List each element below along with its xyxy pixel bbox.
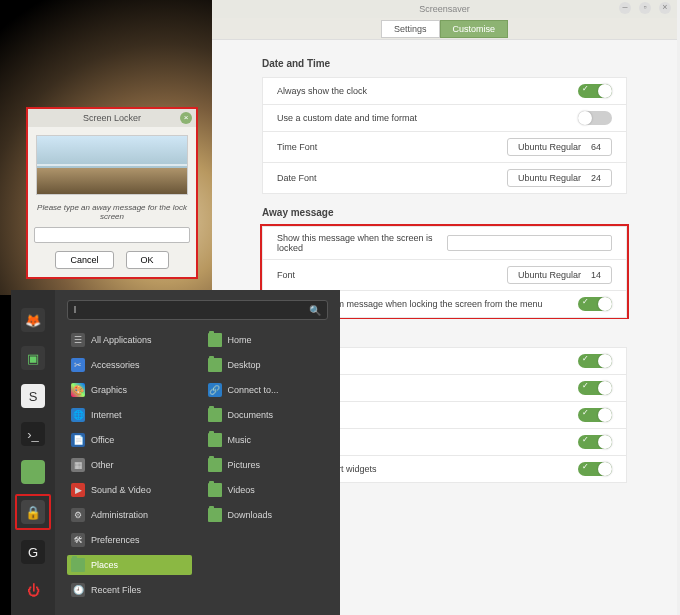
row-custom-format: Use a custom date and time format xyxy=(262,104,627,132)
maximize-button[interactable]: ▫ xyxy=(639,2,651,14)
tab-bar: Settings Customise xyxy=(212,18,677,40)
folder-icon xyxy=(208,358,222,372)
folder-icon xyxy=(208,333,222,347)
category-accessories[interactable]: ✂Accessories xyxy=(67,355,192,375)
launcher-console-icon[interactable]: ›_ xyxy=(21,422,45,446)
row-time-font: Time Font Ubuntu Regular 64 xyxy=(262,131,627,163)
locker-titlebar: Screen Locker × xyxy=(28,109,196,127)
menu-categories-column: ☰All Applications ✂Accessories 🎨Graphics… xyxy=(67,330,192,600)
folder-icon xyxy=(208,433,222,447)
category-recent-files[interactable]: 🕘Recent Files xyxy=(67,580,192,600)
minimize-button[interactable]: – xyxy=(619,2,631,14)
folder-icon xyxy=(208,408,222,422)
place-videos[interactable]: Videos xyxy=(204,480,329,500)
folder-icon xyxy=(208,483,222,497)
category-office[interactable]: 📄Office xyxy=(67,430,192,450)
place-documents[interactable]: Documents xyxy=(204,405,329,425)
locker-close-button[interactable]: × xyxy=(180,112,192,124)
switch-extra-1[interactable] xyxy=(578,354,612,368)
locker-title-text: Screen Locker xyxy=(83,113,141,123)
category-places[interactable]: Places xyxy=(67,555,192,575)
switch-extra-5[interactable] xyxy=(578,462,612,476)
label-show-clock: Always show the clock xyxy=(277,86,578,96)
category-graphics[interactable]: 🎨Graphics xyxy=(67,380,192,400)
label-date-font: Date Font xyxy=(277,173,507,183)
launcher-lock-icon[interactable]: 🔒 xyxy=(21,500,45,524)
category-preferences[interactable]: 🛠Preferences xyxy=(67,530,192,550)
application-menu: 🔍 ☰All Applications ✂Accessories 🎨Graphi… xyxy=(55,290,340,615)
place-pictures[interactable]: Pictures xyxy=(204,455,329,475)
label-time-font: Time Font xyxy=(277,142,507,152)
section-date-time-heading: Date and Time xyxy=(262,58,627,69)
row-show-when-locked: Show this message when the screen is loc… xyxy=(262,226,627,260)
menu-search-field[interactable]: 🔍 xyxy=(67,300,328,320)
launcher-lock-highlight: 🔒 xyxy=(15,494,51,530)
launcher-power-icon[interactable]: ⏻ xyxy=(21,578,45,602)
place-music[interactable]: Music xyxy=(204,430,329,450)
place-downloads[interactable]: Downloads xyxy=(204,505,329,525)
label-show-when-locked: Show this message when the screen is loc… xyxy=(277,233,447,253)
switch-ask-custom[interactable] xyxy=(578,297,612,311)
locker-ok-button[interactable]: OK xyxy=(126,251,169,269)
locker-prompt: Please type an away message for the lock… xyxy=(28,199,196,225)
category-sound-video[interactable]: ▶Sound & Video xyxy=(67,480,192,500)
tab-settings[interactable]: Settings xyxy=(381,20,440,38)
launcher-terminal-icon[interactable]: ▣ xyxy=(21,346,45,370)
label-custom-format: Use a custom date and time format xyxy=(277,113,578,123)
place-home[interactable]: Home xyxy=(204,330,329,350)
category-other[interactable]: ▦Other xyxy=(67,455,192,475)
button-date-font[interactable]: Ubuntu Regular 24 xyxy=(507,169,612,187)
folder-icon xyxy=(208,458,222,472)
row-away-font: Font Ubuntu Regular 14 xyxy=(262,259,627,291)
screen-locker-dialog: Screen Locker × Please type an away mess… xyxy=(26,107,198,279)
window-title: Screensaver xyxy=(419,4,470,14)
menu-search-input[interactable] xyxy=(74,305,309,315)
launcher-software-icon[interactable]: S xyxy=(21,384,45,408)
row-date-font: Date Font Ubuntu Regular 24 xyxy=(262,162,627,194)
section-away-heading: Away message xyxy=(262,207,627,218)
switch-custom-format[interactable] xyxy=(578,111,612,125)
place-connect-to[interactable]: 🔗Connect to... xyxy=(204,380,329,400)
label-away-font: Font xyxy=(277,270,507,280)
launcher-files-icon[interactable] xyxy=(21,460,45,484)
search-icon: 🔍 xyxy=(309,305,321,316)
input-away-message[interactable] xyxy=(447,235,612,251)
locker-cancel-button[interactable]: Cancel xyxy=(55,251,113,269)
button-away-font[interactable]: Ubuntu Regular 14 xyxy=(507,266,612,284)
folder-icon xyxy=(71,558,85,572)
switch-extra-2[interactable] xyxy=(578,381,612,395)
place-desktop[interactable]: Desktop xyxy=(204,355,329,375)
window-titlebar: Screensaver – ▫ × xyxy=(212,0,677,18)
row-show-clock: Always show the clock xyxy=(262,77,627,105)
switch-extra-4[interactable] xyxy=(578,435,612,449)
locker-message-input[interactable] xyxy=(34,227,190,243)
category-all-applications[interactable]: ☰All Applications xyxy=(67,330,192,350)
switch-show-clock[interactable] xyxy=(578,84,612,98)
close-button[interactable]: × xyxy=(659,2,671,14)
menu-places-column: Home Desktop 🔗Connect to... Documents Mu… xyxy=(204,330,329,600)
locker-preview-image xyxy=(36,135,188,195)
category-administration[interactable]: ⚙Administration xyxy=(67,505,192,525)
tab-customise[interactable]: Customise xyxy=(440,20,509,38)
launcher-logout-icon[interactable]: G xyxy=(21,540,45,564)
folder-icon xyxy=(208,508,222,522)
launcher-firefox-icon[interactable]: 🦊 xyxy=(21,308,45,332)
button-time-font[interactable]: Ubuntu Regular 64 xyxy=(507,138,612,156)
switch-extra-3[interactable] xyxy=(578,408,612,422)
launcher-panel: 🦊 ▣ S ›_ 🔒 G ⏻ xyxy=(11,290,55,615)
category-internet[interactable]: 🌐Internet xyxy=(67,405,192,425)
